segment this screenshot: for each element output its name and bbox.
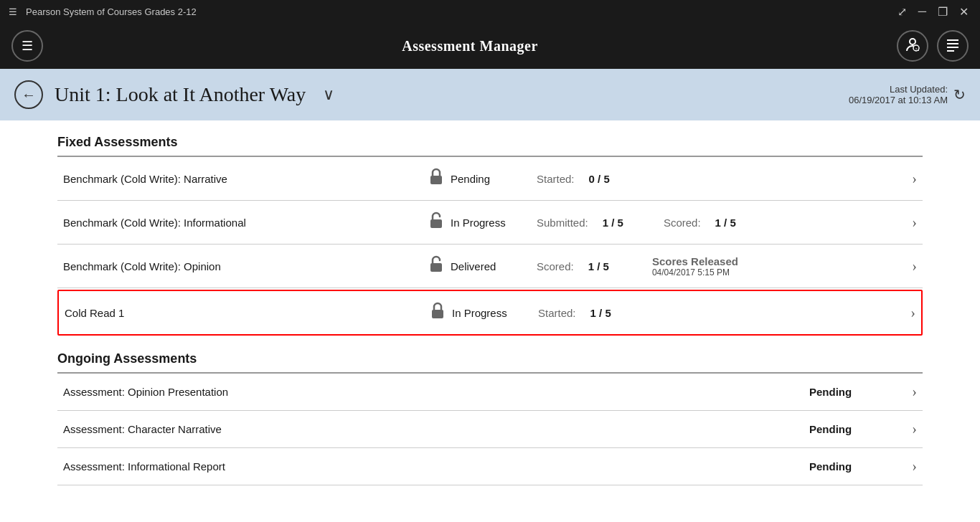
assessment-row-informational[interactable]: Benchmark (Cold Write): Informational In… [57,201,923,245]
user-icon-button[interactable]: ? [897,30,928,62]
main-content: Fixed Assessments Benchmark (Cold Write)… [0,120,980,522]
last-updated-value: 06/19/2017 at 10:13 AM [849,95,948,105]
ongoing-chevron-character-narrative: › [895,421,917,437]
ongoing-chevron-opinion-presentation: › [895,384,917,400]
nav-title: Assessment Manager [402,38,538,54]
fixed-assessments-title: Fixed Assessments [57,135,923,150]
svg-text:?: ? [915,47,917,52]
ongoing-status-opinion-presentation: Pending [809,386,895,398]
scored-label-informational: Scored: [664,217,701,229]
refresh-button[interactable]: ↻ [953,86,966,103]
ongoing-status-informational-report: Pending [809,460,895,473]
row-name-narrative: Benchmark (Cold Write): Narrative [63,173,422,185]
row-status-informational: In Progress [451,217,537,229]
last-updated: Last Updated: 06/19/2017 at 10:13 AM [849,84,948,105]
row-status-opinion: Delivered [451,260,537,272]
svg-rect-8 [430,219,442,228]
unit-header: ← Unit 1: Look at It Another Way ∨ Last … [0,69,980,120]
assessment-row-narrative[interactable]: Benchmark (Cold Write): Narrative Pendin… [57,157,923,201]
scored-value-opinion: 1 / 5 [588,260,609,272]
assessment-row-cold-read[interactable]: Cold Read 1 In Progress Started: 1 / 5 › [57,290,923,336]
chevron-cold-read: › [894,305,915,321]
started-value-narrative: 0 / 5 [589,173,610,185]
unit-title: Unit 1: Look at It Another Way [55,83,306,106]
row-name-opinion: Benchmark (Cold Write): Opinion [63,260,422,272]
lock-icon-locked-cold-read [430,301,446,324]
assessment-row-opinion[interactable]: Benchmark (Cold Write): Opinion Delivere… [57,245,923,288]
lock-icon-unlocked [428,211,444,234]
title-bar-left: ☰ Pearson System of Courses Grades 2-12 [9,6,197,17]
row-stats-informational: Submitted: 1 / 5 Scored: 1 / 5 [537,217,895,229]
ongoing-assessments-section: Ongoing Assessments Assessment: Opinion … [57,351,923,485]
title-bar-controls: ⤢ ─ ❐ ✕ [895,5,971,19]
svg-rect-3 [947,39,958,41]
ongoing-row-opinion-presentation[interactable]: Assessment: Opinion Presentation Pending… [57,374,923,411]
ongoing-chevron-informational-report: › [895,458,917,475]
ongoing-status-character-narrative: Pending [809,423,895,435]
list-icon-button[interactable] [937,30,969,62]
hamburger-icon[interactable]: ☰ [9,6,17,17]
svg-rect-4 [947,43,958,44]
row-stats-cold-read: Started: 1 / 5 [538,307,894,319]
svg-rect-9 [430,263,442,272]
fixed-assessments-section: Fixed Assessments Benchmark (Cold Write)… [57,135,923,336]
minimize-icon[interactable]: ─ [915,5,929,18]
ongoing-name-opinion-presentation: Assessment: Opinion Presentation [63,386,809,398]
svg-rect-6 [947,50,954,52]
row-stats-narrative: Started: 0 / 5 [537,173,895,185]
row-lock-informational [422,211,451,234]
ongoing-assessments-title: Ongoing Assessments [57,351,923,366]
nav-menu-button[interactable]: ☰ [11,30,43,62]
unit-header-left: ← Unit 1: Look at It Another Way ∨ [14,80,334,109]
nav-bar: ☰ Assessment Manager ? [0,23,980,69]
chevron-informational: › [895,214,917,231]
title-bar: ☰ Pearson System of Courses Grades 2-12 … [0,0,980,23]
row-lock-opinion [422,255,451,277]
last-updated-label: Last Updated: [849,84,948,95]
expand-icon[interactable]: ⤢ [895,5,910,19]
scored-value-informational: 1 / 5 [715,217,736,229]
unit-header-right: Last Updated: 06/19/2017 at 10:13 AM ↻ [849,84,966,105]
back-button[interactable]: ← [14,80,43,109]
row-status-cold-read: In Progress [452,307,538,319]
nav-menu-icon: ☰ [22,38,33,54]
started-label-narrative: Started: [537,173,575,185]
svg-rect-7 [430,176,442,184]
nav-bar-left: ☰ [11,30,43,62]
row-status-narrative: Pending [451,173,537,185]
ongoing-row-informational-report[interactable]: Assessment: Informational Report Pending… [57,448,923,485]
scores-released-date: 04/04/2017 5:15 PM [652,267,738,277]
svg-rect-10 [432,310,443,318]
started-value-cold-read: 1 / 5 [590,307,611,319]
ongoing-name-informational-report: Assessment: Informational Report [63,460,809,473]
user-icon: ? [905,37,920,56]
list-icon [945,37,961,56]
unit-dropdown-icon[interactable]: ∨ [323,85,334,104]
app-title: Pearson System of Courses Grades 2-12 [26,6,197,17]
lock-icon-unlocked-opinion [428,255,444,277]
scored-label-opinion: Scored: [537,260,574,272]
chevron-opinion: › [895,258,917,275]
started-label-cold-read: Started: [538,307,576,319]
submitted-label-informational: Submitted: [537,217,588,229]
scores-released-title: Scores Released [652,255,738,267]
row-lock-cold-read [423,301,452,324]
lock-icon-locked [428,167,444,190]
ongoing-name-character-narrative: Assessment: Character Narrative [63,423,809,435]
row-name-informational: Benchmark (Cold Write): Informational [63,217,422,229]
row-name-cold-read: Cold Read 1 [65,307,423,319]
scores-released: Scores Released 04/04/2017 5:15 PM [652,255,738,277]
ongoing-row-character-narrative[interactable]: Assessment: Character Narrative Pending … [57,411,923,448]
svg-point-0 [910,39,915,44]
row-stats-opinion: Scored: 1 / 5 Scores Released 04/04/2017… [537,255,895,277]
nav-bar-right: ? [897,30,969,62]
row-lock-narrative [422,167,451,190]
restore-icon[interactable]: ❐ [935,5,951,19]
chevron-narrative: › [895,171,917,187]
svg-rect-5 [947,47,958,48]
close-icon[interactable]: ✕ [956,5,971,19]
submitted-value-informational: 1 / 5 [603,217,623,229]
